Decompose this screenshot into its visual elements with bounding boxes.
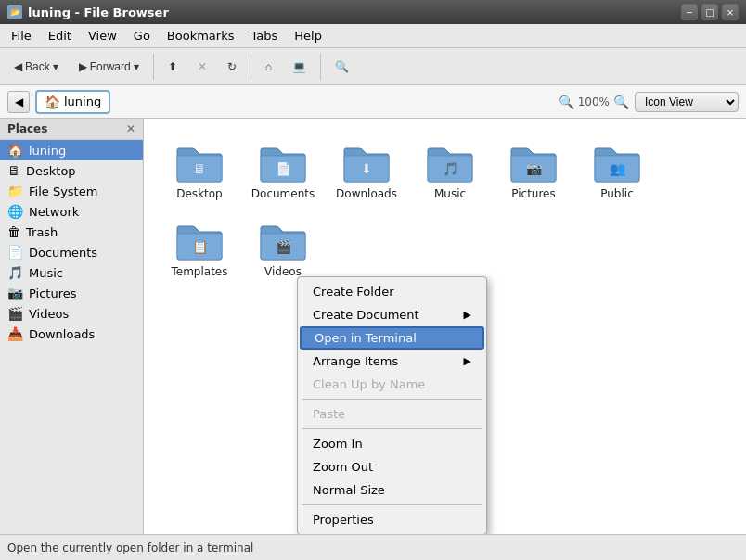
ctx-item-zoom-in[interactable]: Zoom In bbox=[298, 432, 486, 455]
addr-back-button[interactable]: ◀ bbox=[7, 91, 30, 113]
sidebar-close-button[interactable]: ✕ bbox=[126, 122, 135, 135]
sidebar-item-label-4: Trash bbox=[26, 225, 58, 239]
ctx-separator-5 bbox=[302, 399, 482, 400]
minimize-button[interactable]: − bbox=[681, 4, 698, 20]
window-title: luning - File Browser bbox=[28, 6, 169, 19]
svg-text:👥: 👥 bbox=[610, 161, 626, 177]
ctx-label-6: Paste bbox=[313, 407, 345, 421]
file-area[interactable]: 🖥 Desktop 📄 Documents ⬇ Downloads 🎵 Musi… bbox=[144, 119, 746, 534]
sidebar-item-label-1: Desktop bbox=[26, 164, 76, 178]
folder-icon-2: ⬇ bbox=[342, 143, 391, 184]
forward-label: Forward bbox=[90, 60, 131, 73]
folder-icon-0: 🖥 bbox=[175, 143, 224, 184]
zoom-control: 🔍 100% 🔍 bbox=[559, 95, 629, 109]
back-button[interactable]: ◀ Back ▾ bbox=[6, 57, 67, 77]
view-mode-select[interactable]: Icon View List View Compact View bbox=[635, 92, 739, 112]
sidebar-item-network[interactable]: 🌐Network bbox=[0, 201, 143, 222]
sidebar-item-trash[interactable]: 🗑Trash bbox=[0, 222, 143, 242]
sidebar-item-label-3: Network bbox=[29, 205, 79, 219]
ctx-label-3: Arrange Items bbox=[313, 354, 398, 368]
folder-templates[interactable]: 📋 Templates bbox=[162, 215, 237, 284]
search-button[interactable]: 🔍 bbox=[327, 57, 357, 77]
home-icon: ⌂ bbox=[265, 60, 272, 73]
sidebar-item-luning[interactable]: 🏠luning bbox=[0, 140, 143, 160]
home-button[interactable]: ⌂ bbox=[257, 57, 280, 77]
ctx-item-arrange-items[interactable]: Arrange Items▶ bbox=[298, 350, 486, 373]
ctx-label-12: Properties bbox=[313, 513, 374, 527]
zoom-in-icon[interactable]: 🔍 bbox=[613, 95, 629, 109]
folder-documents[interactable]: 📄 Documents bbox=[246, 137, 320, 206]
folder-public[interactable]: 👥 Public bbox=[580, 137, 654, 206]
search-icon: 🔍 bbox=[335, 60, 349, 73]
folder-pictures[interactable]: 📷 Pictures bbox=[496, 137, 571, 206]
svg-text:🖥: 🖥 bbox=[193, 161, 206, 176]
ctx-arrow-1: ▶ bbox=[464, 309, 471, 321]
sidebar-item-desktop[interactable]: 🖥Desktop bbox=[0, 160, 143, 181]
stop-button[interactable]: ✕ bbox=[189, 57, 215, 77]
sidebar-item-label-2: File System bbox=[29, 185, 97, 198]
main-layout: Places ✕ 🏠luning🖥Desktop📁File System🌐Net… bbox=[0, 119, 746, 534]
computer-button[interactable]: 💻 bbox=[284, 57, 315, 77]
folder-icon-7: 🎬 bbox=[259, 221, 307, 261]
forward-button[interactable]: ▶ Forward ▾ bbox=[71, 57, 148, 77]
ctx-item-open-in-terminal[interactable]: Open in Terminal bbox=[300, 326, 484, 350]
stop-icon: ✕ bbox=[198, 60, 207, 73]
folder-downloads[interactable]: ⬇ Downloads bbox=[329, 137, 404, 206]
ctx-arrow-3: ▶ bbox=[464, 355, 471, 367]
folder-icon-1: 📄 bbox=[259, 143, 307, 184]
ctx-label-2: Open in Terminal bbox=[315, 331, 417, 345]
sidebar-item-documents[interactable]: 📄Documents bbox=[0, 242, 143, 262]
folder-music[interactable]: 🎵 Music bbox=[413, 137, 487, 206]
sidebar-item-icon-2: 📁 bbox=[7, 184, 23, 198]
svg-text:📋: 📋 bbox=[192, 239, 209, 255]
sidebar: Places ✕ 🏠luning🖥Desktop📁File System🌐Net… bbox=[0, 119, 144, 534]
menu-item-bookmarks[interactable]: Bookmarks bbox=[160, 27, 242, 45]
menu-item-view[interactable]: View bbox=[81, 27, 124, 45]
sidebar-item-label-8: Videos bbox=[29, 307, 69, 321]
back-dropdown-icon: ▾ bbox=[53, 60, 58, 73]
titlebar-left: 📂 luning - File Browser bbox=[7, 5, 169, 19]
ctx-item-create-folder[interactable]: Create Folder bbox=[298, 280, 486, 303]
menu-item-file[interactable]: File bbox=[4, 27, 39, 45]
menu-item-go[interactable]: Go bbox=[126, 27, 158, 45]
reload-button[interactable]: ↻ bbox=[219, 57, 245, 77]
zoom-out-icon[interactable]: 🔍 bbox=[559, 95, 574, 109]
menu-item-tabs[interactable]: Tabs bbox=[243, 27, 285, 45]
sidebar-item-label-6: Music bbox=[29, 266, 63, 280]
location-icon: 🏠 bbox=[45, 95, 60, 109]
sidebar-header: Places ✕ bbox=[0, 119, 143, 140]
sidebar-item-videos[interactable]: 🎬Videos bbox=[0, 303, 143, 324]
sidebar-item-file-system[interactable]: 📁File System bbox=[0, 181, 143, 201]
status-text: Open the currently open folder in a term… bbox=[7, 541, 253, 554]
sidebar-item-label-7: Pictures bbox=[29, 286, 76, 300]
ctx-separator-7 bbox=[302, 428, 482, 429]
back-label: Back bbox=[25, 60, 50, 73]
window-controls[interactable]: − □ × bbox=[681, 4, 739, 20]
back-icon: ◀ bbox=[14, 60, 22, 73]
ctx-item-create-document[interactable]: Create Document▶ bbox=[298, 303, 486, 326]
menu-item-edit[interactable]: Edit bbox=[41, 27, 79, 45]
svg-text:🎵: 🎵 bbox=[443, 161, 459, 177]
forward-icon: ▶ bbox=[79, 60, 87, 73]
sidebar-title: Places bbox=[7, 122, 47, 135]
sidebar-item-icon-6: 🎵 bbox=[7, 265, 23, 280]
ctx-item-zoom-out[interactable]: Zoom Out bbox=[298, 455, 486, 478]
folder-videos[interactable]: 🎬 Videos bbox=[246, 215, 320, 284]
reload-icon: ↻ bbox=[227, 60, 237, 73]
sidebar-item-music[interactable]: 🎵Music bbox=[0, 262, 143, 283]
toolbar-separator-1 bbox=[153, 54, 154, 80]
sidebar-item-pictures[interactable]: 📷Pictures bbox=[0, 283, 143, 303]
up-button[interactable]: ⬆ bbox=[160, 57, 186, 77]
ctx-item-properties[interactable]: Properties bbox=[298, 508, 486, 531]
sidebar-item-icon-8: 🎬 bbox=[7, 306, 23, 321]
close-button[interactable]: × bbox=[722, 4, 739, 20]
folder-label-2: Downloads bbox=[336, 187, 397, 200]
maximize-button[interactable]: □ bbox=[701, 4, 718, 20]
sidebar-item-downloads[interactable]: 📥Downloads bbox=[0, 324, 143, 344]
location-bar[interactable]: 🏠 luning bbox=[35, 90, 110, 114]
menu-item-help[interactable]: Help bbox=[287, 27, 329, 45]
folder-desktop[interactable]: 🖥 Desktop bbox=[162, 137, 237, 206]
ctx-item-normal-size[interactable]: Normal Size bbox=[298, 478, 486, 502]
sidebar-item-icon-7: 📷 bbox=[7, 286, 23, 300]
folder-label-3: Music bbox=[434, 187, 466, 200]
